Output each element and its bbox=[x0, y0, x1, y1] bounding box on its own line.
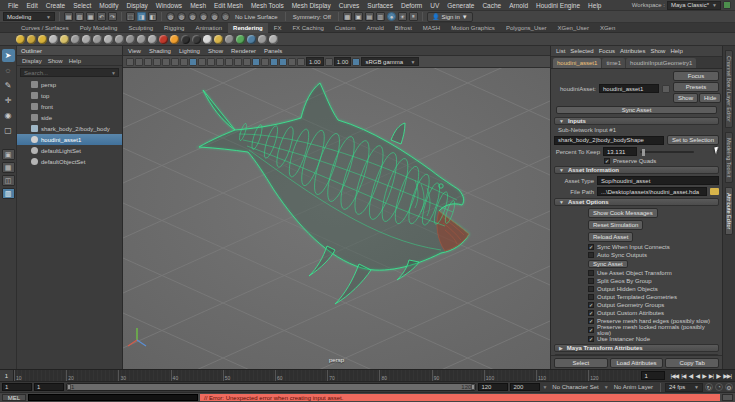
menu-item[interactable]: UV bbox=[426, 2, 443, 9]
gamma-field[interactable]: 1.00 bbox=[334, 57, 352, 66]
camera-attributes-icon[interactable] bbox=[144, 58, 152, 66]
preserve-quads-checkbox[interactable]: Preserve Quads bbox=[554, 158, 719, 164]
shelf-tab[interactable]: Custom bbox=[330, 23, 361, 33]
grease-pencil-icon[interactable] bbox=[180, 58, 188, 66]
shelf-tab[interactable]: Motion Graphics bbox=[446, 23, 500, 33]
pin-icon[interactable] bbox=[662, 85, 670, 93]
attribute-editor-menu-item[interactable]: Focus bbox=[599, 48, 615, 54]
bookmark-icon[interactable] bbox=[153, 58, 161, 66]
sync-asset-small-button[interactable]: Sync Asset bbox=[588, 260, 628, 268]
xray-icon[interactable] bbox=[279, 58, 287, 66]
time-slider[interactable]: 1 102030405060708090100110120 1 |◀◀|◀◀|◀… bbox=[0, 369, 735, 381]
shelf-icon[interactable] bbox=[258, 35, 267, 44]
render-current-frame-icon[interactable]: ▣ bbox=[354, 12, 363, 21]
multisample-icon[interactable] bbox=[252, 58, 260, 66]
menu-set-dropdown[interactable]: Modeling▼ bbox=[3, 12, 55, 21]
current-time-field[interactable]: 1 bbox=[641, 371, 665, 380]
sync-asset-button[interactable]: Sync Asset bbox=[556, 106, 717, 114]
light-editor-icon[interactable]: ☀ bbox=[398, 12, 407, 21]
asset-option-button[interactable]: Reset Simulation bbox=[588, 220, 643, 230]
menu-item[interactable]: Edit Mesh bbox=[210, 2, 247, 9]
animation-start-field[interactable]: 1 bbox=[2, 383, 32, 391]
exposure-field[interactable]: 1.00 bbox=[306, 57, 324, 66]
asset-option-checkbox[interactable]: Preserve mesh locked normals (possibly s… bbox=[554, 326, 719, 334]
menu-item[interactable]: Display bbox=[122, 2, 151, 9]
symmetry-dropdown[interactable]: Symmetry: Off bbox=[290, 14, 334, 20]
asset-option-checkbox[interactable]: Split Geos By Group bbox=[554, 278, 719, 284]
range-slider-bar[interactable]: 1 120 bbox=[66, 383, 476, 391]
shelf-icon[interactable] bbox=[159, 35, 168, 44]
shelf-icon[interactable] bbox=[27, 35, 36, 44]
outliner-item[interactable]: shark_body_2/body_body bbox=[17, 123, 122, 134]
shadows-icon[interactable] bbox=[225, 58, 233, 66]
lock-camera-icon[interactable] bbox=[135, 58, 143, 66]
shelf-icon[interactable] bbox=[247, 35, 256, 44]
shelf-tab[interactable]: FX Caching bbox=[287, 23, 328, 33]
shelf-icon[interactable] bbox=[93, 35, 102, 44]
viewport-menu-item[interactable]: View bbox=[128, 48, 141, 54]
select-hierarchy-icon[interactable]: ⬚ bbox=[126, 12, 135, 21]
viewport-menu-item[interactable]: Lighting bbox=[179, 48, 200, 54]
shelf-icon[interactable] bbox=[269, 35, 278, 44]
shelf-icon[interactable] bbox=[82, 35, 91, 44]
shelf-tab[interactable]: Rigging bbox=[159, 23, 189, 33]
depth-of-field-icon[interactable] bbox=[261, 58, 269, 66]
playback-end-field[interactable]: 120 bbox=[478, 383, 508, 391]
save-scene-icon[interactable]: ▦ bbox=[86, 12, 95, 21]
menu-item[interactable]: Arnold bbox=[505, 2, 532, 9]
asset-name-field[interactable]: houdini_asset1 bbox=[599, 84, 659, 93]
menu-item[interactable]: Mesh bbox=[186, 2, 210, 9]
view-transform-icon[interactable] bbox=[352, 58, 360, 66]
shelf-icon[interactable] bbox=[16, 35, 25, 44]
menu-item[interactable]: Help bbox=[584, 2, 605, 9]
shelf-tab[interactable]: Sculpting bbox=[123, 23, 158, 33]
colorspace-dropdown[interactable]: sRGB gamma▼ bbox=[361, 57, 419, 66]
shaded-icon[interactable] bbox=[198, 58, 206, 66]
current-frame-marker[interactable]: 1 bbox=[0, 370, 14, 381]
asset-option-button[interactable]: Show Cook Messages bbox=[588, 208, 658, 218]
open-scene-icon[interactable]: ▧ bbox=[75, 12, 84, 21]
playback-speed-icon[interactable]: ◔ bbox=[715, 383, 723, 391]
asset-option-checkbox[interactable]: Sync When Input Connects bbox=[554, 244, 719, 250]
asset-option-button[interactable]: Reload Asset bbox=[588, 232, 633, 242]
menu-item[interactable]: File bbox=[4, 2, 22, 9]
viewport-canvas[interactable]: persp bbox=[123, 68, 550, 369]
attribute-editor-tab[interactable]: houdini_asset1 bbox=[553, 58, 601, 68]
asset-option-checkbox[interactable]: Output Custom Attributes bbox=[554, 310, 719, 316]
attribute-editor-menu-item[interactable]: Help bbox=[670, 48, 682, 54]
animation-end-field[interactable]: 200 bbox=[510, 383, 540, 391]
asset-options-section-header[interactable]: ▼Asset Options bbox=[554, 198, 719, 206]
shelf-icon[interactable] bbox=[192, 35, 201, 44]
shelf-icon[interactable] bbox=[148, 35, 157, 44]
menu-item[interactable]: Generate bbox=[443, 2, 478, 9]
slider-handle[interactable] bbox=[642, 149, 645, 156]
workspace-dropdown[interactable]: Maya Classic*▼ bbox=[667, 1, 721, 10]
menu-item[interactable]: Create bbox=[42, 2, 70, 9]
select-camera-icon[interactable] bbox=[126, 58, 134, 66]
outliner-item[interactable]: persp bbox=[17, 79, 122, 90]
playback-button[interactable]: ◀| bbox=[687, 372, 693, 379]
wireframe-icon[interactable] bbox=[189, 58, 197, 66]
shelf-tab[interactable]: Poly Modeling bbox=[75, 23, 123, 33]
attribute-editor-menu-item[interactable]: Attributes bbox=[620, 48, 645, 54]
outliner-menu-item[interactable]: Display bbox=[22, 58, 42, 64]
menu-item[interactable]: Modify bbox=[95, 2, 122, 9]
bookmark-icon[interactable] bbox=[723, 1, 731, 9]
footer-button[interactable]: Load Attributes bbox=[610, 358, 664, 368]
viewport-menu-item[interactable]: Panels bbox=[264, 48, 282, 54]
outliner-item[interactable]: defaultObjectSet bbox=[17, 156, 122, 167]
show-button[interactable]: Show bbox=[673, 93, 698, 103]
footer-button[interactable]: Select bbox=[554, 358, 608, 368]
menu-item[interactable]: Deform bbox=[397, 2, 426, 9]
menu-item[interactable]: Select bbox=[69, 2, 95, 9]
asset-option-checkbox[interactable]: Output Templated Geometries bbox=[554, 294, 719, 300]
redo-icon[interactable]: ↷ bbox=[108, 12, 117, 21]
asset-option-checkbox[interactable]: Use Asset Object Transform bbox=[554, 270, 719, 276]
sidebar-vertical-tab[interactable]: Attribute Editor bbox=[725, 187, 733, 235]
shelf-icon[interactable] bbox=[181, 35, 190, 44]
shelf-icon[interactable] bbox=[49, 35, 58, 44]
search-input[interactable] bbox=[21, 70, 111, 76]
focus-button[interactable]: Focus bbox=[673, 71, 719, 81]
shelf-tab[interactable]: Curves / Surfaces bbox=[16, 23, 74, 33]
playback-button[interactable]: ◀ bbox=[695, 372, 701, 379]
